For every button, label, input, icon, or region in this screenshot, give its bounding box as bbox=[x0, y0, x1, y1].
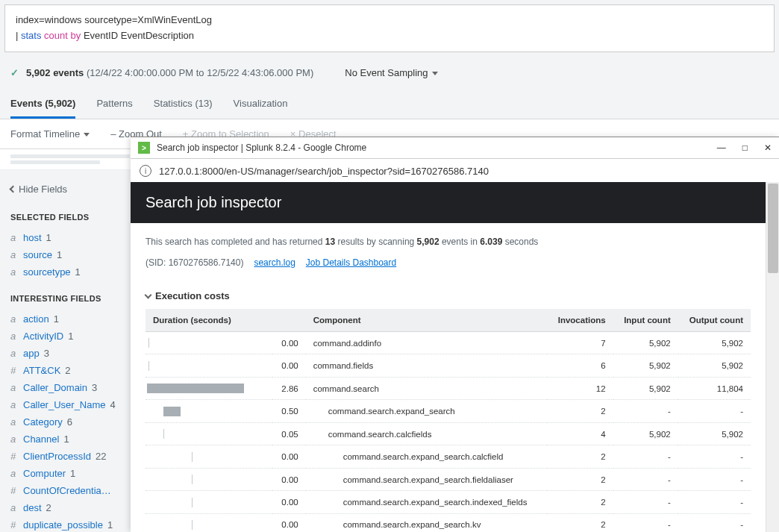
col-duration[interactable]: Duration (seconds) bbox=[146, 309, 306, 332]
job-details-link[interactable]: Job Details Dashboard bbox=[306, 257, 396, 268]
field-name[interactable]: action bbox=[23, 313, 49, 325]
output-count: - bbox=[678, 400, 751, 422]
field-item[interactable]: aapp3 bbox=[10, 345, 120, 362]
col-component[interactable]: Component bbox=[306, 309, 547, 332]
output-count: - bbox=[678, 445, 751, 468]
search-line1a: index bbox=[16, 14, 39, 25]
duration-value: 0.05 bbox=[272, 422, 306, 445]
duration-value: 0.00 bbox=[272, 491, 306, 513]
field-item[interactable]: aCategory6 bbox=[10, 413, 120, 431]
duration-bar bbox=[147, 384, 244, 393]
field-type: # bbox=[10, 519, 19, 531]
duration-bar bbox=[163, 407, 181, 416]
field-item[interactable]: #CountOfCredentialsReturn bbox=[10, 482, 120, 499]
splunk-icon bbox=[138, 142, 150, 154]
field-item[interactable]: #ClientProcessId22 bbox=[10, 448, 120, 465]
field-item[interactable]: adest2 bbox=[10, 499, 120, 516]
field-item[interactable]: aActivityID1 bbox=[10, 328, 120, 345]
scrollbar-thumb[interactable] bbox=[768, 184, 778, 273]
field-item[interactable]: #duplicate_possible1 bbox=[10, 516, 120, 532]
field-item[interactable]: aComputer1 bbox=[10, 465, 120, 482]
completion-summary: This search has completed and has return… bbox=[146, 237, 751, 247]
field-name[interactable]: app bbox=[23, 348, 40, 359]
field-name[interactable]: ClientProcessId bbox=[23, 451, 91, 462]
field-name[interactable]: Caller_Domain bbox=[23, 382, 87, 393]
duration-value: 0.00 bbox=[272, 513, 306, 532]
search-input[interactable]: index=windows sourcetype=XmlWinEventLog … bbox=[4, 4, 775, 52]
table-row: 0.50command.search.expand_search2-- bbox=[146, 400, 751, 422]
format-timeline-button[interactable]: Format Timeline bbox=[10, 128, 90, 140]
window-titlebar[interactable]: Search job inspector | Splunk 8.2.4 - Go… bbox=[131, 137, 779, 159]
event-count: 5,902 events (12/4/22 4:00:00.000 PM to … bbox=[26, 67, 313, 78]
duration-value: 0.00 bbox=[272, 354, 306, 377]
component-name: command.search.expand_search.indexed_fie… bbox=[313, 498, 528, 507]
table-row: 0.00command.search.expand_search.fieldal… bbox=[146, 468, 751, 490]
field-name[interactable]: sourcetype bbox=[23, 266, 71, 278]
field-name[interactable]: Channel bbox=[23, 434, 59, 445]
field-name[interactable]: CountOfCredentialsReturn bbox=[23, 485, 113, 496]
field-count: 1 bbox=[107, 519, 113, 531]
duration-value: 0.00 bbox=[272, 332, 306, 354]
window-title: Search job inspector | Splunk 8.2.4 - Go… bbox=[157, 143, 366, 153]
field-type: a bbox=[10, 468, 19, 479]
search-log-link[interactable]: search.log bbox=[254, 257, 295, 268]
field-item[interactable]: aChannel1 bbox=[10, 431, 120, 448]
scrollbar[interactable] bbox=[766, 182, 779, 532]
tab-statistics[interactable]: Statistics (13) bbox=[154, 90, 213, 119]
invocations: 2 bbox=[547, 491, 613, 513]
field-item[interactable]: asourcetype1 bbox=[10, 263, 120, 281]
field-count: 4 bbox=[110, 399, 116, 410]
field-count: 1 bbox=[46, 232, 51, 243]
field-item[interactable]: #ATT&CK2 bbox=[10, 362, 120, 379]
field-name[interactable]: Caller_User_Name bbox=[23, 399, 106, 410]
tab-events[interactable]: Events (5,902) bbox=[10, 90, 75, 119]
col-invocations[interactable]: Invocations bbox=[547, 309, 613, 332]
execution-costs-toggle[interactable]: Execution costs bbox=[146, 290, 751, 301]
field-count: 1 bbox=[68, 331, 73, 342]
table-row: 0.00command.search.expand_search.indexed… bbox=[146, 491, 751, 513]
field-count: 22 bbox=[96, 451, 106, 462]
field-count: 1 bbox=[75, 266, 81, 278]
input-count: 5,902 bbox=[613, 422, 678, 445]
field-type: a bbox=[10, 266, 19, 278]
field-item[interactable]: ahost1 bbox=[10, 229, 120, 246]
output-count: - bbox=[678, 468, 751, 490]
field-type: # bbox=[10, 485, 19, 496]
sampling-dropdown[interactable]: No Event Sampling bbox=[337, 63, 445, 83]
search-stats: stats bbox=[21, 30, 41, 41]
component-name: command.addinfo bbox=[313, 339, 381, 348]
duration-tick bbox=[192, 452, 193, 462]
field-item[interactable]: aaction1 bbox=[10, 310, 120, 328]
duration-value: 0.00 bbox=[272, 445, 306, 468]
minimize-button[interactable]: — bbox=[717, 143, 726, 153]
field-item[interactable]: aCaller_User_Name4 bbox=[10, 396, 120, 413]
output-count: 5,902 bbox=[678, 422, 751, 445]
field-count: 2 bbox=[65, 365, 70, 376]
table-row: 0.00command.search.expand_search.kv2-- bbox=[146, 513, 751, 532]
field-name[interactable]: ActivityID bbox=[23, 331, 63, 342]
input-count: - bbox=[613, 445, 678, 468]
field-item[interactable]: asource1 bbox=[10, 246, 120, 263]
field-item[interactable]: aCaller_Domain3 bbox=[10, 379, 120, 396]
field-type: a bbox=[10, 232, 19, 243]
tab-visualization[interactable]: Visualization bbox=[234, 90, 288, 119]
field-name[interactable]: ATT&CK bbox=[23, 365, 60, 376]
field-count: 6 bbox=[67, 416, 72, 428]
field-type: a bbox=[10, 249, 19, 260]
field-name[interactable]: host bbox=[23, 232, 42, 243]
field-name[interactable]: duplicate_possible bbox=[23, 519, 103, 531]
field-name[interactable]: Computer bbox=[23, 468, 66, 479]
field-name[interactable]: Category bbox=[23, 416, 63, 428]
hide-fields-button[interactable]: Hide Fields bbox=[10, 184, 120, 195]
duration-tick bbox=[148, 338, 149, 348]
selected-fields-heading: SELECTED FIELDS bbox=[10, 213, 120, 222]
field-name[interactable]: dest bbox=[23, 502, 42, 513]
col-output[interactable]: Output count bbox=[678, 309, 751, 332]
field-name[interactable]: source bbox=[23, 249, 52, 260]
col-input[interactable]: Input count bbox=[613, 309, 678, 332]
tab-patterns[interactable]: Patterns bbox=[96, 90, 132, 119]
address-bar[interactable]: i 127.0.0.1:8000/en-US/manager/search/jo… bbox=[131, 159, 779, 184]
close-button[interactable]: ✕ bbox=[764, 143, 772, 153]
field-count: 1 bbox=[70, 468, 75, 479]
maximize-button[interactable]: □ bbox=[742, 143, 748, 153]
